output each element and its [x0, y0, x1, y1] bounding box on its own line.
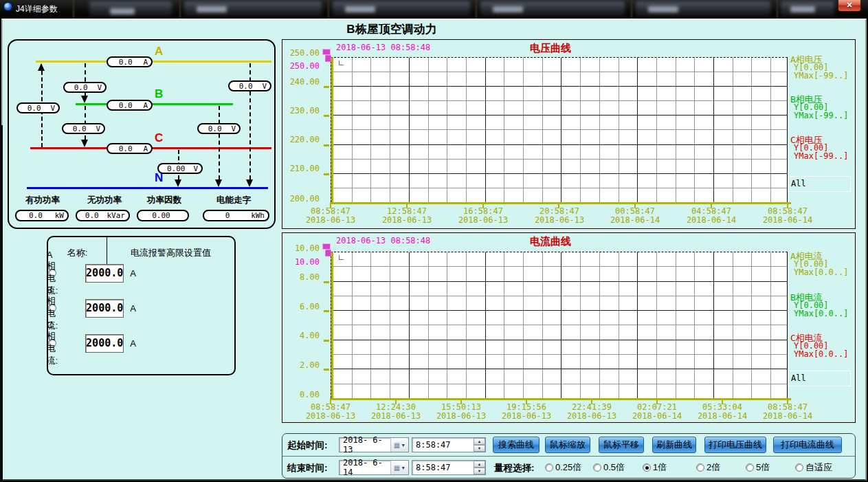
phase-n-line — [27, 187, 268, 189]
y-tick-label: 230.00 — [282, 106, 320, 116]
power-factor-readout: 0.00 — [137, 210, 189, 221]
voltage-ab-readout: 0.0 V — [63, 82, 107, 93]
y-tick — [324, 369, 329, 371]
phase-b-current-unit: A — [143, 101, 151, 110]
cursor-corner-mark — [339, 255, 344, 260]
start-time-spinner[interactable]: 8:58:47 ▲ ▼ — [412, 437, 486, 452]
current-chart: 2018-06-13 08:58:48 电流曲线 10.00 10.00 8.0… — [282, 232, 856, 423]
spinner-buttons[interactable]: ▲ ▼ — [474, 461, 485, 474]
x-date: 2018-06-14 — [625, 412, 689, 421]
cursor-marker-icon[interactable] — [322, 243, 331, 250]
y-tick — [324, 340, 329, 342]
mouse-pan-button[interactable]: 鼠标平移 — [599, 437, 644, 453]
x-date: 2018-06-14 — [756, 412, 819, 421]
background-text-smudge — [110, 8, 135, 14]
spinner-buttons[interactable]: ▲ ▼ — [474, 438, 485, 452]
voltage-bc-value: 0.0 — [63, 124, 96, 133]
print-voltage-curve-button[interactable]: 打印电压曲线 — [704, 437, 766, 453]
radio-icon[interactable] — [545, 463, 553, 472]
legend-phase-c-voltage: C相电压 Y[0.00] YMax[-99..] — [790, 136, 856, 160]
current-alarm-table: 名称: 电流报警高限设置值 A相电流: 2000.0 A B相电流: 2000.… — [47, 236, 236, 375]
current-chart-title: 电流曲线 — [482, 235, 619, 248]
current-plot-area[interactable] — [331, 252, 788, 398]
x-date: 2018-06-14 — [680, 216, 743, 225]
x-date: 2018-06-13 — [560, 412, 623, 421]
phase-c-current-unit: A — [143, 144, 151, 153]
radio-icon[interactable] — [696, 463, 704, 472]
x-date: 2018-06-13 — [528, 216, 591, 225]
range-option-2x[interactable]: 2倍 — [696, 461, 720, 474]
background-text-smudge — [493, 6, 523, 12]
legend-ymax: YMax[0.0..] — [790, 269, 856, 276]
row-c-label: C相电流: — [48, 339, 56, 347]
radio-icon[interactable] — [795, 463, 803, 472]
energy-meter-label: 电能走字 — [216, 195, 251, 206]
phase-b-limit-input[interactable]: 2000.0 — [85, 299, 124, 318]
legend-all-selector[interactable]: All — [788, 176, 851, 192]
range-option-0.5x[interactable]: 0.5倍 — [593, 461, 625, 474]
radio-label: 2倍 — [706, 461, 720, 474]
end-time-spinner[interactable]: 8:58:47 ▲ ▼ — [412, 460, 486, 475]
voltage-plot-area[interactable] — [331, 57, 788, 202]
end-date-picker[interactable]: 2018- 6-14 ▦▼ — [339, 460, 409, 475]
background-text-smudge — [790, 6, 815, 12]
phase-a-line — [36, 61, 271, 63]
radio-icon[interactable] — [746, 463, 754, 472]
phase-a-current-unit: A — [143, 58, 151, 67]
power-factor-label: 功率因数 — [147, 195, 181, 206]
phase-b-label: B — [155, 87, 163, 101]
range-option-0.25x[interactable]: 0.25倍 — [545, 461, 581, 474]
phase-b-current-value: 0.0 — [108, 101, 143, 110]
current-cursor-time: 2018-06-13 08:58:48 — [336, 236, 430, 245]
dropdown-arrow-icon: ▼ — [401, 443, 405, 448]
x-axis — [331, 202, 791, 204]
spin-up-icon[interactable]: ▲ — [474, 438, 485, 445]
legend-all-selector[interactable]: All — [788, 371, 851, 386]
grid — [333, 58, 787, 202]
cursor-marker-icon[interactable] — [325, 250, 331, 256]
y-tick-label: 0.00 — [282, 390, 320, 399]
cursor-marker-icon[interactable] — [322, 49, 331, 55]
voltage-cursor-time: 2018-06-13 08:58:48 — [336, 43, 430, 52]
spin-down-icon[interactable]: ▼ — [474, 468, 485, 474]
arrow-up-icon — [38, 63, 45, 71]
radio-icon[interactable] — [593, 463, 601, 472]
x-tick-label: 20:58:47 2018-06-13 — [528, 207, 591, 225]
radio-selected-icon[interactable] — [643, 463, 651, 472]
cursor-y-label: 250.00 — [282, 61, 320, 71]
x-date: 2018-06-13 — [299, 412, 362, 421]
y-tick — [324, 144, 329, 146]
phase-b-limit-unit: A — [130, 303, 136, 314]
voltage-an-value: 0.0 — [230, 82, 262, 91]
screen: J4详细参数 ✕ B栋屋顶空调动力 A B C N 0.0 A — [0, 0, 868, 482]
cursor-marker-icon[interactable] — [325, 55, 331, 62]
row-b-label: B相电流: — [48, 304, 56, 312]
range-option-5x[interactable]: 5倍 — [746, 461, 770, 474]
search-curve-button[interactable]: 搜索曲线 — [493, 437, 539, 453]
y-tick-label: 240.00 — [282, 77, 320, 87]
phase-c-current-value: 0.0 — [108, 144, 143, 153]
phase-a-current-readout: 0.0 A — [107, 56, 153, 67]
voltage-bn-value: 0.0 — [199, 124, 231, 133]
y-tick-label: 210.00 — [282, 164, 320, 173]
phase-a-limit-input[interactable]: 2000.0 — [85, 264, 124, 283]
range-option-auto[interactable]: 自适应 — [795, 461, 832, 474]
y-tick-label: 6.00 — [282, 302, 320, 311]
close-button[interactable]: ✕ — [838, 0, 861, 12]
background-divider — [73, 0, 74, 19]
start-time-value: 8:58:47 — [412, 440, 474, 450]
calendar-icon[interactable]: ▦▼ — [390, 461, 408, 474]
dropdown-arrow-icon: ▼ — [401, 465, 405, 470]
refresh-curve-button[interactable]: 刷新曲线 — [652, 437, 696, 453]
range-select-label: 量程选择: — [494, 462, 535, 474]
range-option-1x[interactable]: 1倍 — [643, 461, 667, 474]
calendar-icon[interactable]: ▦▼ — [390, 438, 408, 452]
spin-up-icon[interactable]: ▲ — [474, 461, 485, 468]
legend-ymax: YMax[-99..] — [790, 72, 856, 80]
mouse-zoom-button[interactable]: 鼠标缩放 — [545, 437, 590, 453]
phase-c-limit-input[interactable]: 2000.0 — [85, 334, 124, 353]
energy-meter-readout: 0 kWh — [203, 210, 269, 221]
print-current-curve-button[interactable]: 打印电流曲线 — [773, 437, 842, 453]
spin-down-icon[interactable]: ▼ — [474, 445, 485, 452]
start-date-picker[interactable]: 2018- 6-13 ▦▼ — [339, 437, 409, 452]
